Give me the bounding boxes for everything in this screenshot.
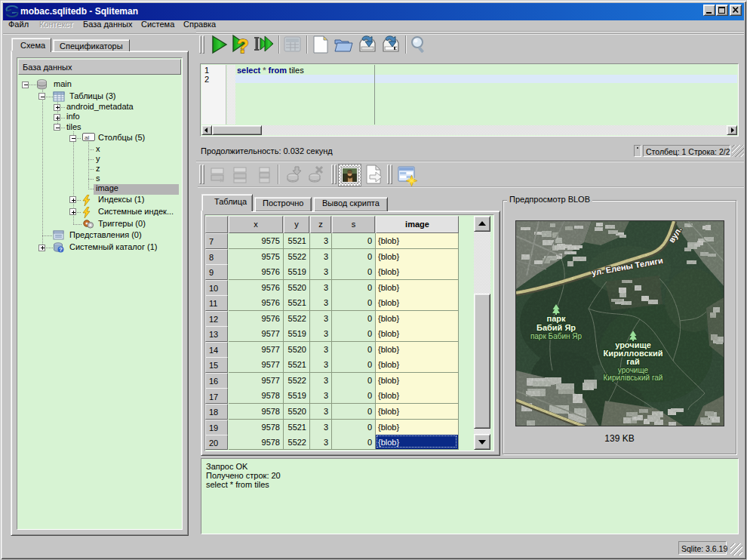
svg-text:гай: гай (626, 357, 639, 366)
svg-text:парк Бабин Яр: парк Бабин Яр (530, 332, 583, 340)
svg-text:Кирилівський гай: Кирилівський гай (604, 374, 663, 382)
svg-text:Бабий Яр: Бабий Яр (536, 323, 576, 332)
svg-text:?: ? (59, 246, 63, 253)
svg-text:?: ? (237, 35, 249, 55)
svg-text:парк: парк (547, 314, 566, 323)
svg-text:al: al (85, 134, 89, 141)
